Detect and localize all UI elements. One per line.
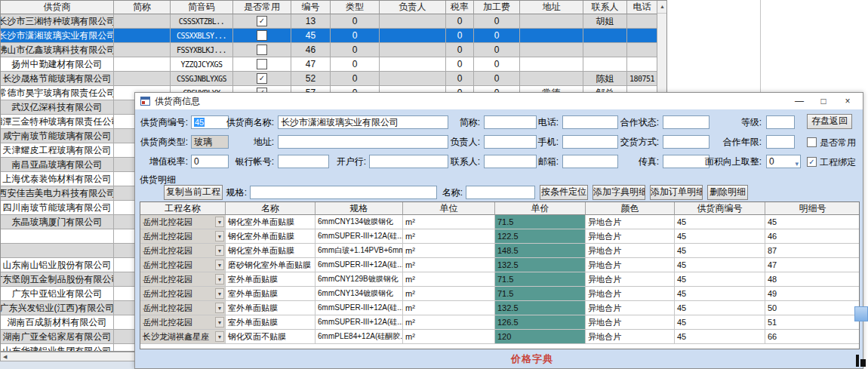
dropdown-icon[interactable]: ▾ xyxy=(215,260,224,270)
detail-cell: m² xyxy=(403,287,495,301)
cell-manager xyxy=(380,57,446,72)
area-round-up-combobox[interactable]: 0▾ xyxy=(766,155,801,168)
maximize-button[interactable]: □ xyxy=(811,93,836,109)
project-combobox[interactable]: 岳州北控花园▾ xyxy=(140,301,226,315)
project-combobox[interactable]: 岳州北控花园▾ xyxy=(140,215,226,229)
column-header: 颜色 xyxy=(586,202,675,215)
cell-supplier: 天津耀皮工程玻璃有限公司 xyxy=(1,143,114,158)
dropdown-icon[interactable]: ▾ xyxy=(215,288,224,299)
dropdown-icon[interactable]: ▾ xyxy=(215,274,224,284)
detail-row[interactable]: 岳州北控花园▾钢化室外单面贴膜6mmSUPER-III+12A(硅...m²12… xyxy=(140,229,859,244)
checkbox-icon[interactable] xyxy=(257,59,267,69)
detail-row[interactable]: 岳州北控花园▾室外单面贴膜6mmCNY134镀膜钢化m²71.5异地合片4549 xyxy=(140,287,859,301)
checkbox-icon[interactable]: ✓ xyxy=(257,73,267,84)
detail-cell: 45 xyxy=(675,272,765,287)
save-return-button[interactable]: 存盘返回 xyxy=(807,114,852,129)
detail-cell: 45 xyxy=(765,215,860,229)
project-bind-checkbox[interactable]: ✓ xyxy=(807,157,817,167)
dropdown-icon[interactable]: ▾ xyxy=(215,231,224,241)
project-combobox[interactable]: 岳州北控花园▾ xyxy=(140,272,226,287)
detail-cell: 钢化室外单面贴膜 xyxy=(226,215,315,229)
supplier-name-field[interactable]: 长沙市潇湘玻璃实业有限公司 xyxy=(278,115,448,129)
close-button[interactable]: × xyxy=(836,93,860,109)
supplier-no-label: 供货商编号: xyxy=(135,115,188,129)
common-use-checkbox-label: 是否常用 xyxy=(820,137,856,149)
dropdown-icon[interactable]: ▾ xyxy=(215,303,224,313)
contact-label: 联系人: xyxy=(433,155,480,168)
delete-detail-button[interactable]: 删除明细 xyxy=(707,185,748,200)
cell-phone xyxy=(627,14,657,29)
project-combobox[interactable]: 岳州北控花园▾ xyxy=(140,229,226,244)
column-header: 联系人 xyxy=(583,1,627,14)
dropdown-icon[interactable]: ▾ xyxy=(215,317,224,327)
detail-row[interactable]: 岳州北控花园▾室外单面贴膜6mmSUPER-III+12A(硅...m²132.… xyxy=(140,301,859,315)
bank-account-field[interactable] xyxy=(278,155,329,168)
project-combobox[interactable]: 长沙龙湖祺鑫星座▾ xyxy=(140,330,226,344)
locate-by-condition-button[interactable]: 按条件定位 xyxy=(540,185,588,200)
detail-cell: 45 xyxy=(675,315,765,330)
scroll-left-icon[interactable]: ◀ xyxy=(1,354,7,360)
detail-row[interactable]: 长沙龙湖祺鑫星座▾钢化双面不贴膜6mmPLE84+12A(硅酮胶...m²120… xyxy=(140,330,859,344)
detail-cell: 6mmSUPER-III+12A(硅... xyxy=(315,301,403,315)
project-combobox[interactable]: 岳州北控花园▾ xyxy=(140,258,226,272)
project-combobox[interactable]: 岳州北控花园▾ xyxy=(140,244,226,258)
cell-phone xyxy=(627,57,657,72)
project-combobox[interactable]: 岳州北控花园▾ xyxy=(140,315,226,330)
supplier-table-hscrollbar[interactable]: ◀ xyxy=(0,352,136,361)
minimize-button[interactable]: — xyxy=(787,93,811,109)
detail-cell: 49 xyxy=(765,287,860,301)
cell-supplier xyxy=(1,244,114,258)
cell-no: 52 xyxy=(291,72,331,86)
copy-current-project-button[interactable]: 复制当前工程 xyxy=(164,185,223,200)
project-combobox[interactable]: 岳州北控花园▾ xyxy=(140,287,226,301)
detail-cell: m² xyxy=(403,215,495,229)
detail-row[interactable]: 岳州北控花园▾钢化室外单面贴膜6mmCNY134镀膜钢化m²71.5异地合片45… xyxy=(140,215,859,229)
checkbox-icon[interactable] xyxy=(257,45,267,55)
detail-row[interactable]: 岳州北控花园▾磨砂钢化室外单面贴膜6mmSUPER-III+12A(硅...m²… xyxy=(140,258,859,272)
supplier-row[interactable]: 长沙市潇湘玻璃实业有限公司CSSXXBLSY...45000 xyxy=(1,29,666,43)
cell-type: 0 xyxy=(331,57,380,72)
supplier-row[interactable]: 长沙晟格节能玻璃有限公司CSSGJNBLYXGS✓52000陈姐180751 xyxy=(1,72,666,86)
checkbox-icon[interactable]: ✓ xyxy=(257,16,267,26)
detail-cell: 6mmCNY134镀膜钢化 xyxy=(315,287,403,301)
common-checkbox-cell[interactable]: ✓ xyxy=(233,14,291,29)
common-use-checkbox[interactable] xyxy=(807,137,817,147)
common-checkbox-cell[interactable] xyxy=(233,43,291,57)
dropdown-icon[interactable]: ▾ xyxy=(215,217,224,227)
column-header: 加工费 xyxy=(474,1,520,14)
dropdown-icon[interactable]: ▾ xyxy=(795,158,799,168)
detail-row[interactable]: 岳州北控花园▾室外单面贴膜6mmCNY129B镀膜钢化m²71.5异地合片454… xyxy=(140,272,859,287)
name-field[interactable] xyxy=(466,186,535,199)
grade-field[interactable] xyxy=(766,115,795,129)
common-checkbox-cell[interactable] xyxy=(233,29,291,43)
add-order-detail-button[interactable]: 添加订单明细 xyxy=(650,185,703,200)
checkbox-icon[interactable] xyxy=(257,30,267,41)
supplier-row[interactable]: 长沙市三湘特种玻璃有限公司CSSSXTZBL..✓13000胡姐 xyxy=(1,14,666,29)
scroll-up-icon[interactable]: ▲ xyxy=(657,1,667,14)
supplier-row[interactable]: 佛山市亿鑫玻璃科技有限公司FSSYXBLKJ...46000 xyxy=(1,43,666,57)
detail-cell: 6mm白玻+1.14PVB+6mm... xyxy=(315,244,403,258)
cell-phone: 180751 xyxy=(627,72,657,86)
cell-abbr xyxy=(114,72,171,86)
cell-supplier: 扬州中勤建材有限公司 xyxy=(1,57,114,72)
address-field[interactable] xyxy=(278,135,448,149)
common-checkbox-cell[interactable] xyxy=(233,57,291,72)
detail-cell: m² xyxy=(403,315,495,330)
coop-years-field[interactable] xyxy=(766,135,795,149)
cell-abbr xyxy=(114,14,171,29)
detail-row[interactable]: 岳州北控花园▾室外单面贴膜6mmSUPER-III+12A(硅...m²126.… xyxy=(140,315,859,330)
add-dictionary-detail-button[interactable]: 添加字典明细 xyxy=(593,185,645,200)
cell-tax: 0 xyxy=(446,43,474,57)
dropdown-icon[interactable]: ▾ xyxy=(215,245,224,256)
dropdown-icon[interactable]: ▾ xyxy=(215,331,224,342)
common-checkbox-cell[interactable]: ✓ xyxy=(233,72,291,86)
dialog-titlebar[interactable]: 供货商信息 — □ × xyxy=(135,93,863,109)
spec-field[interactable] xyxy=(250,186,437,199)
supplier-row[interactable]: 扬州中勤建材有限公司YZZQJCYXGS47000 xyxy=(1,57,666,72)
detail-row[interactable]: 岳州北控花园▾钢化室外单面贴膜6mm白玻+1.14PVB+6mm...m²148… xyxy=(140,244,859,258)
cell-supplier: 长沙晟格节能玻璃有限公司 xyxy=(1,72,114,86)
dialog-body: 供货商编号: 45 供货商名称: 长沙市潇湘玻璃实业有限公司 简称: 电话: 合… xyxy=(135,109,863,368)
column-header: 简称 xyxy=(114,1,171,14)
cell-supplier: 湖南百成新材料有限公司 xyxy=(1,315,114,330)
supplier-table-header: 供货商简称简音码是否常用编号类型负责人税率加工费地址联系人电话 xyxy=(1,1,666,14)
